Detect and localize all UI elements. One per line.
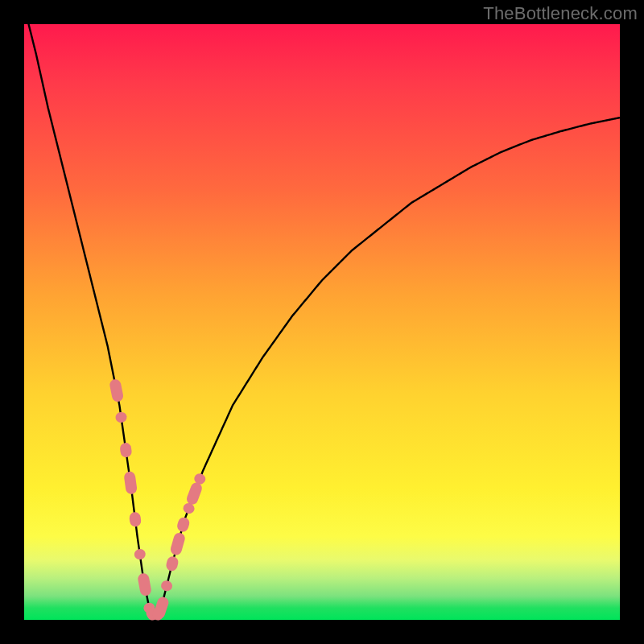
bead bbox=[134, 548, 147, 560]
bead bbox=[160, 580, 174, 592]
bead bbox=[185, 481, 204, 506]
curve-svg bbox=[24, 24, 620, 620]
bead-group bbox=[109, 378, 207, 622]
bead bbox=[129, 511, 142, 527]
bead bbox=[109, 378, 124, 402]
bead bbox=[123, 471, 138, 495]
bead bbox=[137, 572, 152, 597]
bottleneck-curve bbox=[24, 6, 620, 620]
bead bbox=[115, 411, 128, 423]
bead bbox=[119, 442, 132, 458]
plot-area bbox=[24, 24, 620, 620]
bead bbox=[175, 516, 191, 533]
chart-frame: TheBottleneck.com bbox=[0, 0, 644, 644]
bead bbox=[165, 555, 180, 572]
watermark-text: TheBottleneck.com bbox=[483, 3, 638, 24]
bead bbox=[169, 531, 186, 556]
